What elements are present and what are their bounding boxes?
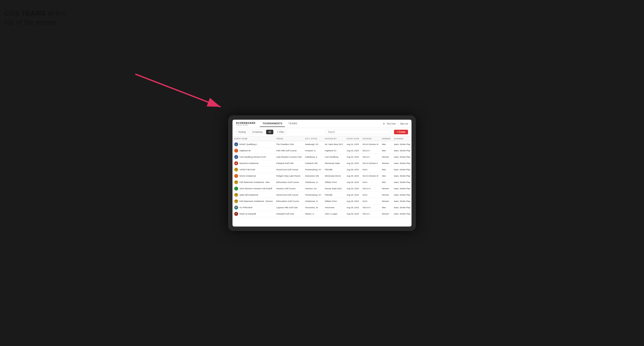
cell-scoring-7: team, Stroke Play <box>392 185 412 192</box>
cell-venue-5: Ruttger's Bay Lake Resort <box>274 173 303 179</box>
cell-gender-5: Men <box>380 173 392 179</box>
user-label: Test User <box>386 123 396 125</box>
cell-venue-8: StoneCrest Golf Course <box>274 192 303 198</box>
event-name-text-5: Morris Invitational <box>240 175 256 177</box>
tab-tournaments[interactable]: TOURNAMENTS <box>260 120 285 127</box>
team-icon-4: 🦅 <box>234 168 238 172</box>
cell-start-date-6: Aug 28, 2023 <box>345 179 361 185</box>
team-icon-9: 🦅 <box>234 199 238 203</box>
cell-scoring-2: team, Stroke Play <box>392 154 412 160</box>
tablet-screen: SCOREBOARD Powered by Clipit TOURNAMENTS… <box>232 120 412 226</box>
logo-text: SCOREBOARD <box>236 122 256 124</box>
cell-event-name-6: 🦅 Fall Statesmen Invitational - Men <box>232 179 274 185</box>
cell-scoring-1: team, Stroke Play <box>392 147 412 154</box>
all-filter-button[interactable]: All <box>266 130 273 134</box>
cell-event-name-5: 🦌 Morris Invitational <box>232 173 274 179</box>
cell-event-name-11: ⚡ Klash at Kokopelli <box>232 211 274 217</box>
cell-division-9: NAIA <box>361 198 380 204</box>
cell-hosted-by-2: Carl Sandburg <box>323 154 345 160</box>
table-row: ⛳ Carl Sandburg Women FA23 Lake Bracken … <box>232 154 412 160</box>
svg-line-1 <box>135 74 220 107</box>
cell-venue-0: The Powelton Club <box>274 141 303 147</box>
cell-venue-7: Hesston Golf Course <box>274 185 303 192</box>
tournaments-table: EVENT NAME VENUE CITY, STATE HOSTED BY S… <box>232 136 412 217</box>
cell-scoring-8: team, Stroke Play <box>392 192 412 198</box>
cell-division-5: NCAA Division III <box>361 173 380 179</box>
search-input[interactable] <box>326 130 391 134</box>
col-event-name: EVENT NAME <box>232 136 274 141</box>
filter-button[interactable]: ≡ Filter <box>275 130 286 134</box>
table-row: 🎯 VU PREVIEW Cypress Hills Golf Club Vin… <box>232 204 412 211</box>
event-name-text-8: upike fall invitational <box>240 194 258 196</box>
table-body: ⛳ MSMC Qualifying 1 The Powelton Club Ne… <box>232 141 412 217</box>
table-row: 🦅 UPIKE Fall Invite StoneCrest Golf Cour… <box>232 166 412 173</box>
team-icon-5: 🦌 <box>234 174 238 178</box>
cell-gender-11: Women <box>380 211 392 217</box>
tab-teams[interactable]: TEAMS <box>286 120 300 127</box>
cell-start-date-10: Aug 28, 2023 <box>345 204 361 211</box>
team-icon-3: 🐴 <box>234 161 238 165</box>
cell-start-date-4: Aug 28, 2023 <box>345 166 361 173</box>
competing-filter-button[interactable]: Competing <box>250 130 265 134</box>
cell-hosted-by-0: Mt. Saint Mary (NY) <box>323 141 345 147</box>
team-icon-7: 🐉 <box>234 187 238 190</box>
cell-city-state-7: Hesston, KS <box>304 185 323 192</box>
cell-hosted-by-10: Vincennes <box>323 204 345 211</box>
cell-city-state-1: Freeport, IL <box>304 147 323 154</box>
table-row: 🐉 2023 Women's Hesston Fall Kickoff Hess… <box>232 185 412 192</box>
cell-city-state-9: Oskaloosa, IA <box>304 198 323 204</box>
cell-scoring-10: team, Stroke Play <box>392 204 412 211</box>
instruction-bold: TEAMS <box>22 9 46 17</box>
table-row: ⛳ MSMC Qualifying 1 The Powelton Club Ne… <box>232 141 412 147</box>
team-icon-11: ⚡ <box>234 212 238 216</box>
cell-event-name-7: 🐉 2023 Women's Hesston Fall Kickoff <box>232 185 274 192</box>
cell-hosted-by-6: William Penn <box>323 179 345 185</box>
table-row: 🏌 Highland 36 Park Hills Golf Course Fre… <box>232 147 412 154</box>
logo-area: SCOREBOARD Powered by Clipit <box>236 122 256 126</box>
instruction-suffix: at the <box>46 9 65 17</box>
settings-icon[interactable]: ⚙ <box>383 123 385 125</box>
table-row: 🦅 Fall Statesmen Invitational - Women Ed… <box>232 198 412 204</box>
cell-event-name-0: ⛳ MSMC Qualifying 1 <box>232 141 274 147</box>
instruction-prefix: Click <box>4 9 22 17</box>
cell-start-date-8: Aug 28, 2023 <box>345 192 361 198</box>
cell-scoring-6: team, Stroke Play <box>392 179 412 185</box>
cell-division-6: NAIA <box>361 179 380 185</box>
cell-venue-1: Park Hills Golf Course <box>274 147 303 154</box>
create-button[interactable]: + Create <box>394 130 408 134</box>
event-name-text-6: Fall Statesmen Invitational - Men <box>240 181 270 183</box>
cell-start-date-5: Aug 28, 2023 <box>345 173 361 179</box>
cell-hosted-by-4: Pikeville <box>323 166 345 173</box>
cell-start-date-7: Aug 28, 2023 <box>345 185 361 192</box>
cell-start-date-9: Aug 28, 2023 <box>345 198 361 204</box>
cell-city-state-5: Deerwood, MN <box>304 173 323 179</box>
cell-start-date-2: Aug 26, 2023 <box>345 154 361 160</box>
cell-division-10: NICAA II <box>361 204 380 211</box>
cell-city-state-6: Oskaloosa, IA <box>304 179 323 185</box>
hosting-filter-button[interactable]: Hosting <box>236 130 248 134</box>
cell-gender-3: Women <box>380 160 392 166</box>
event-name-text-3: Maverick Invitational <box>240 162 258 165</box>
team-icon-8: 🦅 <box>234 193 238 197</box>
cell-division-0: NCAA Division III <box>361 141 380 147</box>
filter-icon: ≡ <box>277 131 278 133</box>
page-wrapper: SCOREBOARD Powered by Clipit TOURNAMENTS… <box>228 115 416 231</box>
event-name-text-7: 2023 Women's Hesston Fall Kickoff <box>240 187 272 190</box>
toolbar: Hosting Competing All ≡ Filter + Create <box>232 128 412 136</box>
cell-event-name-3: 🐴 Maverick Invitational <box>232 160 274 166</box>
table-row: 🦌 Morris Invitational Ruttger's Bay Lake… <box>232 173 412 179</box>
cell-event-name-2: ⛳ Carl Sandburg Women FA23 <box>232 154 274 160</box>
cell-scoring-0: team, Stroke Play <box>392 141 412 147</box>
signout-link[interactable]: Sign out <box>400 123 408 125</box>
table-row: 🦅 Fall Statesmen Invitational - Men Edmu… <box>232 179 412 185</box>
cell-division-7: NICAA II <box>361 185 380 192</box>
team-icon-0: ⛳ <box>234 142 238 146</box>
cell-scoring-9: team, Stroke Play <box>392 198 412 204</box>
cell-hosted-by-5: Minnesota-Morris <box>323 173 345 179</box>
cell-division-1: NICAA I <box>361 147 380 154</box>
logo-sub: Powered by Clipit <box>236 124 256 126</box>
nav-divider: | <box>398 123 398 125</box>
table-header: EVENT NAME VENUE CITY, STATE HOSTED BY S… <box>232 136 412 141</box>
cell-venue-3: Faribault Golf Club <box>274 160 303 166</box>
col-start-date: START DATE <box>345 136 361 141</box>
